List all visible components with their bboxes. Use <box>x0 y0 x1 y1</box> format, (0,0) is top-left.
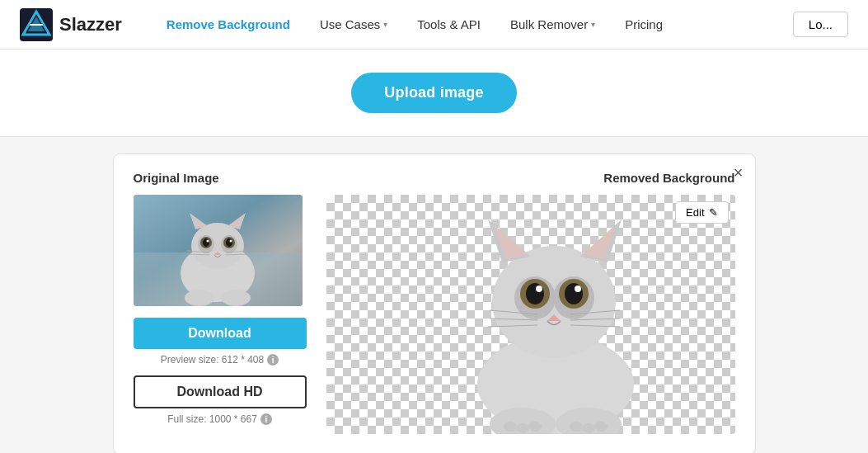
svg-point-55 <box>594 422 608 432</box>
svg-point-16 <box>203 238 209 247</box>
removed-background-column: Removed Background <box>326 171 735 434</box>
preview-size-label: Preview size: 612 * 408 i <box>134 354 307 366</box>
svg-point-52 <box>528 422 542 432</box>
svg-point-26 <box>221 290 251 306</box>
svg-point-51 <box>516 423 529 433</box>
svg-point-19 <box>229 240 232 243</box>
upload-image-button[interactable]: Upload image <box>351 73 516 113</box>
removed-background-title: Removed Background <box>326 171 735 185</box>
logo[interactable]: Slazzer <box>20 8 122 41</box>
edit-button[interactable]: Edit ✎ <box>675 201 728 224</box>
login-button[interactable]: Lo... <box>793 12 848 37</box>
original-title: Original Image <box>134 171 307 185</box>
download-hd-button[interactable]: Download HD <box>134 375 307 408</box>
svg-point-40 <box>575 285 581 292</box>
full-size-info-icon[interactable]: i <box>260 413 272 425</box>
close-button[interactable]: × <box>734 164 744 181</box>
edit-pencil-icon: ✎ <box>709 206 718 219</box>
download-button[interactable]: Download <box>134 318 307 349</box>
main-content: × Original Image <box>0 137 868 453</box>
nav-use-cases[interactable]: Use Cases ▾ <box>308 11 399 38</box>
use-cases-chevron-icon: ▾ <box>383 20 387 29</box>
svg-point-38 <box>565 283 583 304</box>
nav-remove-background[interactable]: Remove Background <box>155 11 302 38</box>
removed-cat-svg <box>326 195 735 434</box>
original-cat-image <box>134 195 303 306</box>
svg-point-53 <box>570 422 583 432</box>
original-image <box>134 195 303 306</box>
nav-links: Remove Background Use Cases ▾ Tools & AP… <box>155 11 793 38</box>
svg-point-50 <box>504 422 517 432</box>
logo-text: Slazzer <box>59 14 122 35</box>
bulk-remover-chevron-icon: ▾ <box>591 20 595 29</box>
svg-point-18 <box>206 240 209 243</box>
original-column: Original Image <box>134 171 307 434</box>
navbar: Slazzer Remove Background Use Cases ▾ To… <box>0 0 868 50</box>
nav-pricing[interactable]: Pricing <box>613 11 674 38</box>
full-size-label: Full size: 1000 * 667 i <box>134 413 307 425</box>
checkerboard-bg <box>326 195 735 434</box>
svg-point-54 <box>582 423 595 433</box>
logo-icon <box>20 8 53 41</box>
result-card: × Original Image <box>113 153 756 453</box>
svg-point-17 <box>226 238 232 247</box>
svg-point-25 <box>185 290 214 306</box>
removed-background-image: Edit ✎ <box>326 195 735 434</box>
result-columns: Original Image <box>134 171 735 434</box>
svg-point-39 <box>536 285 542 292</box>
svg-point-37 <box>526 283 544 304</box>
preview-info-icon[interactable]: i <box>267 354 279 366</box>
nav-bulk-remover[interactable]: Bulk Remover ▾ <box>499 11 607 38</box>
upload-section: Upload image <box>0 50 868 137</box>
nav-tools-api[interactable]: Tools & API <box>406 11 492 38</box>
